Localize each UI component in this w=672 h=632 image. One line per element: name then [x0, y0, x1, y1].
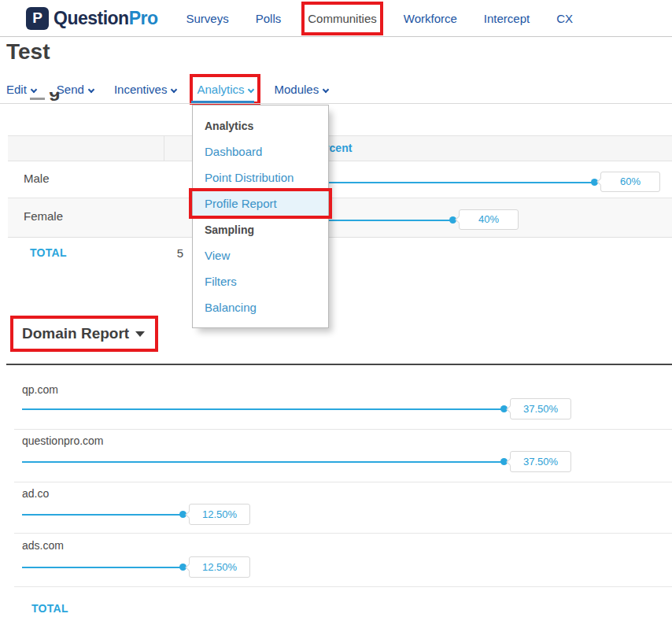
menu-section-analytics: Analytics: [193, 113, 328, 139]
percent-bar-adco: [22, 514, 183, 516]
domain-report-title-text: Domain Report: [22, 325, 129, 342]
top-nav-items: Surveys Polls Communities Workforce Inte…: [186, 12, 574, 25]
row-divider: [14, 429, 672, 430]
nav-item-polls[interactable]: Polls: [256, 12, 282, 25]
subnav-item-label: Analytics: [197, 83, 244, 96]
percent-value-male: 60%: [600, 172, 660, 192]
subnav-item-label: Edit: [6, 83, 27, 96]
brand-name-question: Question: [54, 8, 129, 28]
percent-bar-female: [312, 220, 452, 221]
obscured-heading-text: g: [49, 92, 61, 102]
table-row-female: [8, 198, 672, 238]
menu-item-profile-report[interactable]: Profile Report: [193, 190, 328, 216]
domain-label-adscom: ads.com: [22, 539, 64, 552]
percent-value-questionpro: 37.50%: [510, 451, 571, 472]
brand-name-pro: Pro: [129, 8, 158, 28]
percent-bar-questionpro: [22, 461, 504, 463]
chevron-down-icon: [88, 86, 94, 92]
nav-item-workforce[interactable]: Workforce: [404, 12, 457, 25]
domain-total-label: TOTAL: [31, 602, 68, 615]
menu-item-point-distribution[interactable]: Point Distribution: [193, 164, 328, 190]
domain-label-questionpro: questionpro.com: [22, 434, 104, 447]
row-divider: [14, 586, 672, 587]
domain-label-qp: qp.com: [22, 383, 58, 396]
menu-item-dashboard[interactable]: Dashboard: [193, 139, 328, 164]
brand-logo[interactable]: P QuestionPro: [26, 7, 158, 30]
header-column-divider: [164, 136, 164, 161]
questionpro-logo-icon: P: [26, 7, 49, 30]
nav-item-cx[interactable]: CX: [556, 12, 573, 25]
brand-name: QuestionPro: [54, 8, 158, 29]
profile-total-label: TOTAL: [30, 246, 67, 259]
subnav-divider: [0, 103, 672, 104]
subnav-item-incentives[interactable]: Incentives: [114, 83, 177, 96]
subnav-item-modules[interactable]: Modules: [274, 83, 328, 96]
chevron-down-icon: [171, 86, 177, 92]
menu-section-sampling: Sampling: [193, 216, 328, 242]
domain-report-title[interactable]: Domain Report: [10, 316, 158, 352]
percent-value-female: 40%: [459, 209, 519, 230]
subnav-item-label: Incentives: [114, 83, 168, 96]
obscured-section-heading: g: [30, 92, 85, 103]
subnav-item-label: Modules: [274, 83, 319, 96]
percent-bar-male: [312, 182, 594, 183]
collapse-dash-icon: [30, 98, 45, 100]
subnav-item-analytics[interactable]: Analytics: [190, 74, 260, 105]
row-divider: [14, 482, 672, 482]
row-label-female: Female: [24, 209, 63, 223]
row-divider: [14, 533, 672, 534]
row-label-male: Male: [24, 172, 50, 185]
questionpro-app: P QuestionPro Surveys Polls Communities …: [0, 0, 672, 632]
chevron-down-icon: [248, 86, 254, 92]
percent-value-qp: 37.50%: [510, 398, 571, 419]
menu-item-view[interactable]: View: [193, 242, 328, 268]
table-row-male: [8, 161, 672, 198]
page-title: Test: [6, 39, 50, 65]
percent-value-adco: 12.50%: [189, 504, 250, 525]
analytics-dropdown-menu: Analytics Dashboard Point Distribution P…: [192, 105, 329, 328]
percent-bar-adscom: [22, 567, 183, 568]
domain-label-adco: ad.co: [22, 487, 49, 500]
percent-bar-qp: [22, 408, 504, 410]
percent-value-adscom: 12.50%: [189, 556, 250, 578]
domain-section-divider: [6, 364, 672, 365]
profile-total-count: 5: [160, 246, 183, 260]
nav-item-communities[interactable]: Communities: [301, 2, 383, 35]
menu-item-filters[interactable]: Filters: [193, 268, 328, 294]
caret-down-icon: [135, 331, 145, 337]
top-nav: P QuestionPro Surveys Polls Communities …: [0, 0, 672, 37]
menu-item-balancing[interactable]: Balancing: [193, 294, 328, 320]
chevron-down-icon: [323, 86, 329, 92]
nav-item-intercept[interactable]: Intercept: [484, 12, 530, 25]
nav-item-surveys[interactable]: Surveys: [186, 12, 229, 25]
